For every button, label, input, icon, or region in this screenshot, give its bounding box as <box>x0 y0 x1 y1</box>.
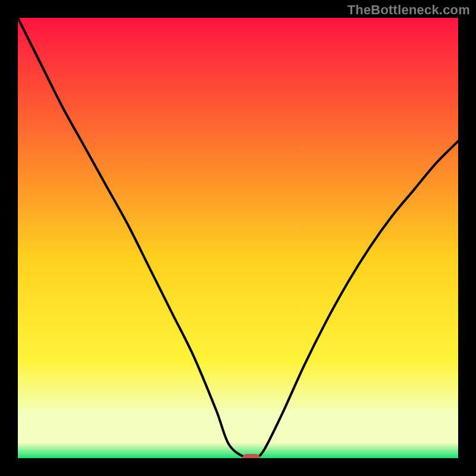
bottleneck-chart <box>18 18 458 458</box>
gradient-background <box>18 18 458 458</box>
chart-frame: TheBottleneck.com <box>0 0 476 476</box>
plot-area <box>18 18 458 458</box>
minimum-marker <box>242 454 260 458</box>
watermark-text: TheBottleneck.com <box>347 2 470 18</box>
